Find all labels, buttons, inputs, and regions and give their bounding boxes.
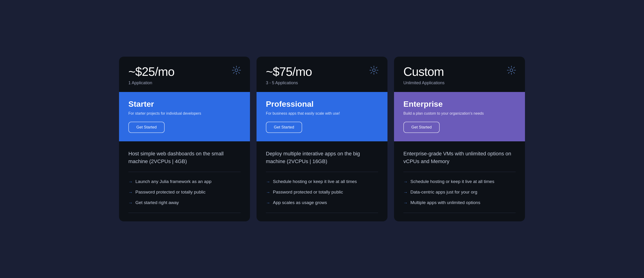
sunburst-icon-professional	[369, 65, 379, 75]
svg-line-26	[508, 72, 509, 73]
feature-item-professional-2: → App scales as usage grows	[266, 200, 378, 206]
card-description-enterprise: Enterprise-grade VMs with unlimited opti…	[404, 150, 516, 165]
feature-item-starter-2: → Get started right away	[128, 200, 240, 206]
divider-top-starter	[128, 172, 240, 172]
arrow-icon-enterprise-1: →	[404, 190, 408, 195]
svg-point-18	[510, 69, 513, 72]
arrow-icon-enterprise-0: →	[404, 179, 408, 185]
feature-item-starter-0: → Launch any Julia framework as an app	[128, 179, 240, 185]
svg-line-24	[514, 72, 514, 73]
card-header-professional: ~$75/mo 3 - 5 Applications	[256, 57, 388, 92]
pricing-card-professional: ~$75/mo 3 - 5 Applications Professional …	[256, 57, 388, 221]
feature-text-starter-1: Password protected or totally public	[136, 189, 206, 195]
svg-line-7	[238, 67, 240, 68]
card-header-enterprise: Custom Unlimited Applications	[394, 57, 525, 92]
arrow-icon-starter-2: →	[128, 200, 132, 206]
feature-item-enterprise-1: → Data-centric apps just for your org	[404, 189, 516, 195]
arrow-icon-professional-1: →	[266, 190, 270, 195]
svg-point-0	[235, 69, 238, 72]
divider-bottom-starter	[128, 213, 240, 213]
divider-top-professional	[266, 172, 378, 172]
card-tier-starter: Starter For starter projects for individ…	[119, 92, 250, 141]
svg-line-17	[371, 72, 372, 73]
divider-top-enterprise	[404, 172, 516, 172]
feature-text-professional-2: App scales as usage grows	[273, 200, 327, 206]
tier-description-professional: For business apps that easily scale with…	[266, 111, 378, 116]
arrow-icon-starter-1: →	[128, 190, 132, 195]
card-tier-professional: Professional For business apps that easi…	[256, 92, 388, 141]
sunburst-icon-enterprise	[506, 65, 516, 75]
card-price-starter: ~$25/mo	[128, 65, 240, 78]
tier-description-enterprise: Build a plan custom to your organization…	[404, 111, 516, 116]
feature-item-professional-1: → Password protected or totally public	[266, 189, 378, 195]
card-applications-starter: 1 Application	[128, 81, 240, 85]
svg-point-9	[372, 69, 375, 72]
card-tier-enterprise: Enterprise Build a plan custom to your o…	[394, 92, 525, 141]
svg-line-16	[376, 67, 377, 68]
pricing-card-enterprise: Custom Unlimited Applications Enterprise…	[394, 57, 525, 221]
tier-name-professional: Professional	[266, 99, 378, 109]
card-body-professional: Deploy multiple interative apps on the b…	[256, 141, 388, 221]
divider-bottom-enterprise	[404, 213, 516, 213]
card-description-professional: Deploy multiple interative apps on the b…	[266, 150, 378, 165]
get-started-button-enterprise[interactable]: Get Started	[404, 122, 440, 133]
tier-description-starter: For starter projects for individual deve…	[128, 111, 240, 116]
card-header-starter: ~$25/mo 1 Application	[119, 57, 250, 92]
feature-item-enterprise-2: → Multiple apps with unlimited options	[404, 200, 516, 206]
arrow-icon-professional-0: →	[266, 179, 270, 185]
feature-list-professional: → Schedule hosting or keep it live at al…	[266, 179, 378, 206]
arrow-icon-starter-0: →	[128, 179, 132, 185]
feature-item-professional-0: → Schedule hosting or keep it live at al…	[266, 179, 378, 185]
pricing-cards-container: ~$25/mo 1 Application Starter For starte…	[5, 57, 639, 221]
feature-item-starter-1: → Password protected or totally public	[128, 189, 240, 195]
card-price-professional: ~$75/mo	[266, 65, 378, 78]
svg-line-6	[238, 72, 240, 73]
feature-text-enterprise-2: Multiple apps with unlimited options	[410, 200, 480, 206]
feature-list-starter: → Launch any Julia framework as an app →…	[128, 179, 240, 206]
card-body-enterprise: Enterprise-grade VMs with unlimited opti…	[394, 141, 525, 221]
svg-line-5	[233, 67, 234, 68]
pricing-card-starter: ~$25/mo 1 Application Starter For starte…	[119, 57, 250, 221]
tier-name-enterprise: Enterprise	[404, 99, 516, 109]
feature-list-enterprise: → Schedule hosting or keep it live at al…	[404, 179, 516, 206]
sunburst-icon-starter	[231, 65, 242, 75]
arrow-icon-professional-2: →	[266, 200, 270, 206]
svg-line-8	[233, 72, 234, 73]
feature-text-enterprise-1: Data-centric apps just for your org	[410, 189, 477, 195]
svg-line-15	[376, 72, 377, 73]
get-started-button-starter[interactable]: Get Started	[128, 122, 164, 133]
card-applications-enterprise: Unlimited Applications	[404, 81, 516, 85]
feature-text-starter-0: Launch any Julia framework as an app	[136, 179, 212, 185]
feature-text-professional-1: Password protected or totally public	[273, 189, 343, 195]
feature-text-professional-0: Schedule hosting or keep it live at all …	[273, 179, 357, 185]
card-body-starter: Host simple web dashboards on the small …	[119, 141, 250, 221]
card-price-enterprise: Custom	[404, 65, 516, 78]
card-description-starter: Host simple web dashboards on the small …	[128, 150, 240, 165]
card-applications-professional: 3 - 5 Applications	[266, 81, 378, 85]
arrow-icon-enterprise-2: →	[404, 200, 408, 206]
svg-line-14	[371, 67, 372, 68]
feature-text-starter-2: Get started right away	[136, 200, 179, 206]
svg-line-23	[508, 67, 509, 68]
divider-bottom-professional	[266, 213, 378, 213]
get-started-button-professional[interactable]: Get Started	[266, 122, 302, 133]
svg-line-25	[514, 67, 514, 68]
feature-item-enterprise-0: → Schedule hosting or keep it live at al…	[404, 179, 516, 185]
feature-text-enterprise-0: Schedule hosting or keep it live at all …	[410, 179, 494, 185]
tier-name-starter: Starter	[128, 99, 240, 109]
